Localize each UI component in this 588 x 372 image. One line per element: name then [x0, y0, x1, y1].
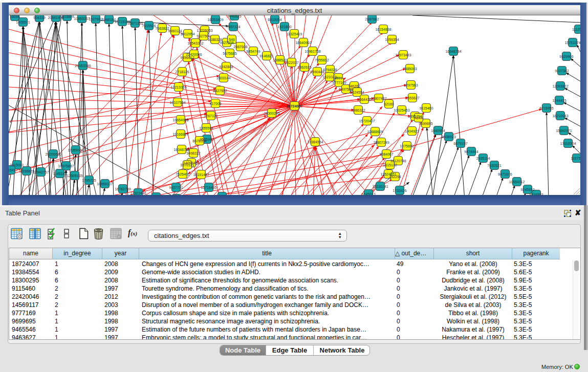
svg-text:7857224: 7857224 — [226, 25, 240, 29]
svg-text:1112540: 1112540 — [572, 28, 580, 31]
svg-text:3267130: 3267130 — [204, 114, 217, 118]
svg-text:6013809: 6013809 — [60, 15, 74, 18]
svg-text:1297563: 1297563 — [404, 83, 418, 87]
svg-text:9245013: 9245013 — [361, 192, 375, 195]
svg-text:1615132: 1615132 — [383, 163, 397, 167]
svg-text:9474444: 9474444 — [464, 150, 478, 154]
svg-text:16120746: 16120746 — [390, 159, 406, 163]
svg-text:8954012: 8954012 — [215, 195, 229, 195]
svg-text:16096: 16096 — [10, 15, 20, 18]
svg-text:1355594: 1355594 — [199, 126, 213, 130]
svg-text:1362615: 1362615 — [297, 65, 311, 69]
svg-text:16543362: 16543362 — [187, 41, 203, 45]
svg-text:23300295: 23300295 — [264, 112, 279, 115]
svg-text:9084067: 9084067 — [379, 152, 393, 156]
svg-text:9777169: 9777169 — [332, 81, 346, 84]
svg-text:62160: 62160 — [384, 102, 394, 106]
svg-text:9896012: 9896012 — [180, 56, 194, 59]
svg-text:11156829: 11156829 — [19, 169, 34, 173]
svg-text:10853267: 10853267 — [74, 17, 90, 20]
svg-text:252254: 252254 — [389, 175, 401, 179]
svg-text:20206536: 20206536 — [45, 152, 61, 156]
svg-text:17016504: 17016504 — [560, 142, 576, 145]
svg-text:8471676: 8471676 — [498, 172, 512, 176]
svg-text:6879197: 6879197 — [453, 142, 467, 145]
svg-text:16210643: 16210643 — [552, 114, 568, 118]
svg-text:10961758: 10961758 — [304, 50, 320, 53]
svg-text:8215955: 8215955 — [539, 106, 553, 110]
svg-text:10973493: 10973493 — [395, 53, 411, 57]
svg-text:7632621: 7632621 — [487, 164, 501, 167]
svg-text:7986322: 7986322 — [351, 108, 365, 112]
svg-text:16648784: 16648784 — [445, 50, 461, 53]
svg-text:8990448: 8990448 — [310, 70, 324, 74]
svg-text:7955812: 7955812 — [315, 58, 329, 62]
svg-text:7485003: 7485003 — [403, 67, 417, 71]
svg-text:9242848: 9242848 — [219, 65, 233, 69]
svg-text:8813054: 8813054 — [268, 18, 281, 21]
svg-text:16640910: 16640910 — [295, 41, 311, 45]
svg-text:16046788: 16046788 — [173, 148, 189, 151]
svg-text:12942757: 12942757 — [33, 170, 49, 174]
svg-text:4591: 4591 — [334, 76, 342, 80]
svg-text:2867608: 2867608 — [233, 45, 247, 49]
svg-text:2935114: 2935114 — [476, 157, 490, 160]
svg-text:19654985: 19654985 — [172, 118, 188, 122]
svg-text:12323446: 12323446 — [130, 191, 146, 195]
svg-text:2553627: 2553627 — [405, 96, 419, 100]
svg-text:1244415: 1244415 — [552, 99, 566, 102]
svg-text:417006: 417006 — [209, 102, 221, 105]
svg-text:16782759: 16782759 — [115, 187, 130, 191]
svg-text:9327500: 9327500 — [197, 34, 210, 38]
svg-text:1527602: 1527602 — [89, 17, 102, 21]
svg-text:9227342: 9227342 — [555, 69, 569, 73]
svg-text:9115460: 9115460 — [420, 106, 433, 110]
svg-text:12213369: 12213369 — [170, 85, 186, 89]
svg-text:1145193: 1145193 — [53, 172, 67, 176]
svg-text:1405571: 1405571 — [16, 20, 30, 24]
svg-text:4844: 4844 — [415, 116, 423, 120]
svg-text:7625402: 7625402 — [176, 172, 189, 176]
svg-text:16191447: 16191447 — [193, 173, 209, 177]
svg-text:18807249: 18807249 — [373, 141, 389, 144]
svg-text:3570121: 3570121 — [180, 163, 194, 167]
svg-text:19384554: 19384554 — [307, 140, 323, 144]
svg-text:6794028: 6794028 — [323, 68, 337, 72]
svg-text:9699695: 9699695 — [419, 122, 432, 125]
svg-text:16154838: 16154838 — [375, 28, 391, 31]
svg-text:3515061: 3515061 — [10, 163, 24, 167]
svg-text:10025453: 10025453 — [394, 108, 409, 112]
svg-text:6322037: 6322037 — [285, 61, 298, 64]
svg-text:1921800: 1921800 — [277, 25, 291, 29]
svg-text:12505135: 12505135 — [67, 174, 82, 178]
svg-text:9824503: 9824503 — [529, 193, 543, 195]
svg-text:10958107: 10958107 — [97, 182, 113, 186]
svg-text:15136141: 15136141 — [372, 185, 388, 188]
svg-text:2887682: 2887682 — [365, 17, 379, 21]
svg-text:9245652: 9245652 — [520, 188, 534, 191]
svg-text:17359934: 17359934 — [68, 148, 83, 152]
svg-text:10107554: 10107554 — [169, 101, 185, 104]
svg-text:1059354: 1059354 — [385, 38, 399, 41]
svg-text:19166827: 19166827 — [172, 133, 188, 136]
svg-text:10654112: 10654112 — [509, 180, 525, 184]
svg-text:22420046: 22420046 — [186, 53, 202, 56]
svg-text:9327508: 9327508 — [220, 41, 233, 45]
svg-text:7663822: 7663822 — [155, 27, 169, 30]
svg-text:9457791: 9457791 — [169, 186, 183, 189]
svg-text:904339: 904339 — [33, 16, 45, 19]
svg-text:8938923: 8938923 — [442, 135, 455, 139]
svg-text:18724007: 18724007 — [287, 104, 302, 108]
svg-text:2364436: 2364436 — [357, 98, 371, 101]
svg-text:9046625: 9046625 — [227, 15, 241, 18]
svg-text:13226053: 13226053 — [197, 29, 212, 32]
svg-text:546: 546 — [229, 38, 235, 41]
svg-text:9146821: 9146821 — [259, 54, 273, 58]
svg-text:3915417: 3915417 — [9, 168, 18, 172]
svg-text:8678334: 8678334 — [192, 139, 206, 143]
svg-text:15751074: 15751074 — [564, 41, 580, 45]
svg-text:8912954: 8912954 — [181, 32, 194, 36]
svg-text:15692971: 15692971 — [556, 129, 572, 133]
svg-text:8454749: 8454749 — [246, 50, 260, 53]
svg-text:2718126: 2718126 — [175, 70, 189, 74]
